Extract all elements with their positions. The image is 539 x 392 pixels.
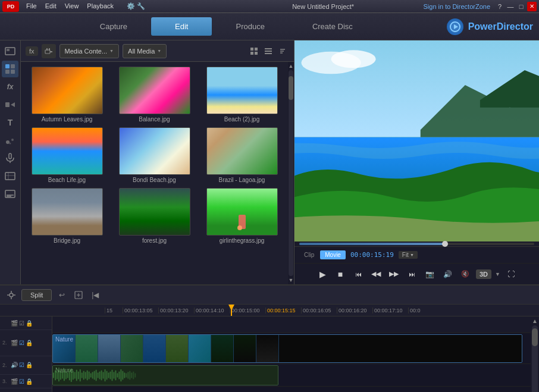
svg-rect-78 [113, 372, 114, 378]
svg-rect-63 [87, 371, 88, 381]
svg-rect-80 [117, 373, 118, 378]
tab-edit[interactable]: Edit [151, 17, 212, 36]
snapshot-button[interactable]: 📷 [422, 267, 437, 281]
three-d-dropdown-arrow[interactable]: ▼ [495, 271, 500, 277]
audio-waveform [53, 366, 278, 385]
media-panel: fx Media Conte... All Media [21, 40, 294, 284]
content-type-dropdown[interactable]: Media Conte... [59, 44, 119, 58]
scroll-up-arrow[interactable]: ▲ [532, 318, 538, 324]
sidebar-icon-subtitle[interactable] [2, 186, 18, 202]
track-checkbox[interactable]: ☑ [19, 378, 24, 385]
menu-playback[interactable]: Playback [83, 2, 117, 11]
play-pause-button[interactable]: ▶ [315, 267, 330, 281]
three-d-button[interactable]: 3D [476, 269, 491, 279]
track-checkbox[interactable]: ☑ [19, 362, 24, 368]
sidebar-icon-audio[interactable] [2, 150, 18, 167]
stop-button[interactable]: ■ [333, 267, 347, 281]
maximize-button[interactable]: □ [516, 2, 526, 11]
sort-button[interactable] [276, 45, 289, 58]
track-number: 2. [2, 362, 8, 368]
media-scrollbar[interactable]: ▲ ▼ [288, 62, 294, 284]
menu-view[interactable]: View [61, 2, 83, 11]
track-audio-icon[interactable]: 🔊 [11, 362, 18, 368]
media-toolbar: fx Media Conte... All Media [21, 40, 294, 62]
undo-icon[interactable]: ↩ [55, 288, 68, 302]
signin-link[interactable]: Sign in to DirectorZone [424, 3, 491, 10]
tab-capture[interactable]: Capture [76, 17, 151, 36]
video-clip[interactable]: Nature [52, 334, 522, 363]
tab-produce[interactable]: Produce [212, 17, 288, 36]
media-item[interactable]: Brazil - Lagoa.jpg [200, 127, 283, 183]
sidebar-icon-transitions[interactable] [2, 96, 18, 113]
menu-edit[interactable]: Edit [42, 2, 60, 11]
sidebar-icon-content[interactable] [2, 61, 18, 77]
tab-create-disc[interactable]: Create Disc [289, 17, 377, 36]
rewind-button[interactable]: ◀◀ [369, 267, 383, 281]
svg-rect-71 [101, 371, 102, 381]
audio-clip[interactable]: Nature [52, 365, 278, 385]
fit-dropdown[interactable]: Fit [399, 251, 418, 259]
menu-file[interactable]: File [23, 2, 40, 11]
track-lock-icon[interactable]: 🔒 [26, 362, 33, 368]
tracks-scrollbar-vertical[interactable]: ▲ ▼ [531, 316, 539, 392]
fullscreen-button[interactable]: ⛶ [504, 267, 518, 281]
clip-mode-button[interactable]: Clip [299, 250, 319, 259]
svg-rect-69 [98, 372, 99, 378]
media-item[interactable]: Bridge.jpg [26, 188, 108, 244]
split-button[interactable]: Split [21, 289, 52, 301]
svg-rect-82 [120, 369, 121, 382]
media-item[interactable]: Balance.jpg [113, 67, 196, 123]
media-item[interactable]: girlinthegrass.jpg [200, 188, 283, 244]
svg-rect-87 [129, 371, 130, 380]
track-checkbox[interactable]: ☑ [19, 320, 24, 327]
svg-rect-58 [78, 371, 79, 379]
timeline-nav-start[interactable]: |◀ [89, 288, 102, 302]
close-button[interactable]: ✕ [527, 2, 537, 11]
grid-view-button[interactable] [247, 45, 261, 58]
preview-scrubber-container[interactable] [294, 242, 539, 246]
sidebar-icon-media[interactable] [2, 43, 18, 59]
media-item[interactable]: Beach (2).jpg [200, 67, 283, 123]
track-lock-icon[interactable]: 🔒 [26, 378, 33, 385]
sidebar-icon-text[interactable]: T [2, 114, 18, 131]
svg-rect-72 [103, 372, 104, 378]
timeline-ruler: 15 00:00:13:05 00:00:13:20 00:00:14:10 0… [0, 305, 539, 316]
zoom-fit-icon[interactable] [72, 288, 85, 302]
track-video-icon[interactable]: 🎬 [11, 378, 18, 385]
svg-rect-7 [11, 70, 15, 74]
sidebar-icon-slideshow[interactable] [2, 168, 18, 184]
media-item[interactable]: forest.jpg [113, 188, 196, 244]
audio-clip-label: Nature [55, 367, 73, 374]
ruler-mark: 00:0 [408, 308, 426, 313]
mute-button[interactable]: 🔇 [458, 267, 472, 281]
media-item[interactable]: Beach Life.jpg [26, 127, 108, 183]
sidebar-icon-fx[interactable]: fx [2, 79, 18, 95]
sidebar-icon-particle[interactable] [2, 132, 18, 149]
filter-dropdown[interactable]: All Media [123, 44, 167, 58]
ruler-mark: 00:00:16:05 [301, 308, 337, 313]
prev-frame-button[interactable]: ⏮ [351, 267, 365, 281]
track-visibility-icon[interactable]: 🎬 [11, 320, 18, 327]
fx-button[interactable]: fx [26, 46, 38, 56]
movie-mode-button[interactable]: Movie [320, 250, 346, 259]
help-button[interactable]: ? [495, 2, 504, 11]
next-frame-button[interactable]: ⏭ [405, 267, 419, 281]
fast-forward-button[interactable]: ▶▶ [387, 267, 401, 281]
volume-button[interactable]: 🔊 [440, 267, 455, 281]
track-checkbox[interactable]: ☑ [19, 340, 24, 346]
track-video-icon[interactable]: 🎬 [11, 340, 18, 346]
plugin-button[interactable] [42, 44, 56, 58]
timecode-display: 00:00:15:19 [350, 251, 394, 259]
svg-rect-68 [96, 370, 97, 381]
track-row-1 [52, 316, 531, 333]
list-view-button[interactable] [262, 45, 275, 58]
track-lock-icon[interactable]: 🔒 [26, 340, 33, 346]
playhead[interactable] [231, 305, 232, 316]
brand-name: PowerDirector [468, 21, 533, 32]
media-item[interactable]: Bondi Beach.jpg [113, 127, 196, 183]
svg-rect-84 [124, 372, 125, 378]
track-lock-icon[interactable]: 🔒 [26, 320, 33, 327]
timeline-settings-icon[interactable] [5, 288, 18, 302]
media-item[interactable]: Autumn Leaves.jpg [26, 67, 108, 123]
minimize-button[interactable]: — [506, 2, 515, 11]
